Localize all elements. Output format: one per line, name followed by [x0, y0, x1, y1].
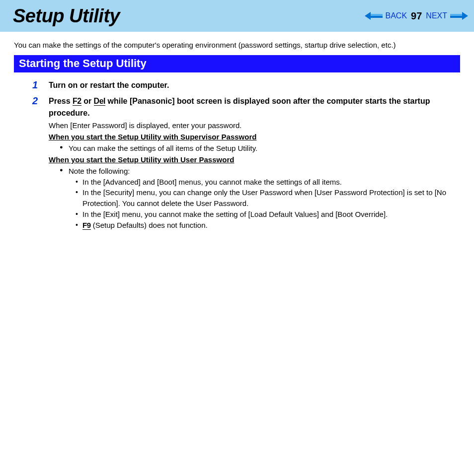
- subheading-supervisor: When you start the Setup Utility with Su…: [49, 132, 460, 143]
- nav-group: BACK 97 NEXT: [365, 10, 469, 22]
- text: while [Panasonic] boot screen is display…: [49, 97, 430, 117]
- dash-list: In the [Advanced] and [Boot] menus, you …: [69, 177, 460, 231]
- key-f2: F2: [73, 97, 81, 106]
- svg-marker-1: [371, 14, 383, 16]
- subheading-user: When you start the Setup Utility with Us…: [49, 154, 460, 166]
- list-item: In the [Exit] menu, you cannot make the …: [76, 209, 460, 220]
- text: or: [81, 97, 94, 105]
- text: (Setup Defaults) does not function.: [91, 221, 208, 229]
- step-heading: Press F2 or Del while [Panasonic] boot s…: [49, 95, 460, 119]
- page-number: 97: [411, 10, 422, 22]
- page-title: Setup Utility: [13, 5, 120, 27]
- list-item: In the [Advanced] and [Boot] menus, you …: [76, 177, 460, 188]
- key-f9: F9: [82, 221, 91, 230]
- steps-container: 1 Turn on or restart the computer. 2 Pre…: [30, 79, 460, 230]
- section-title: Starting the Setup Utility: [14, 55, 460, 72]
- list-item: You can make the settings of all items o…: [60, 143, 460, 154]
- back-link[interactable]: BACK: [386, 11, 407, 20]
- next-arrow-icon[interactable]: [450, 11, 468, 20]
- key-del: Del: [94, 97, 105, 106]
- text: Press: [49, 97, 73, 105]
- text: Note the following:: [69, 167, 130, 175]
- list-item: F9 (Setup Defaults) does not function.: [76, 220, 460, 231]
- step-2: 2 Press F2 or Del while [Panasonic] boot…: [30, 95, 460, 230]
- svg-marker-3: [450, 14, 462, 16]
- intro-text: You can make the settings of the compute…: [14, 41, 474, 49]
- step-body: Press F2 or Del while [Panasonic] boot s…: [49, 95, 460, 230]
- list-item: Note the following: In the [Advanced] an…: [60, 166, 460, 231]
- bullet-list: Note the following: In the [Advanced] an…: [49, 166, 460, 231]
- list-item: In the [Security] menu, you can change o…: [76, 187, 460, 209]
- step-number: 1: [30, 79, 38, 91]
- back-arrow-icon[interactable]: [365, 11, 383, 20]
- step-1: 1 Turn on or restart the computer.: [30, 79, 460, 91]
- bullet-list: You can make the settings of all items o…: [49, 143, 460, 154]
- step-heading: Turn on or restart the computer.: [49, 79, 460, 91]
- step-body: Turn on or restart the computer.: [49, 79, 460, 91]
- step-number: 2: [30, 95, 38, 230]
- step-subline: When [Enter Password] is displayed, ente…: [49, 120, 460, 131]
- next-link[interactable]: NEXT: [426, 11, 447, 20]
- header-bar: Setup Utility BACK 97 NEXT: [0, 0, 474, 32]
